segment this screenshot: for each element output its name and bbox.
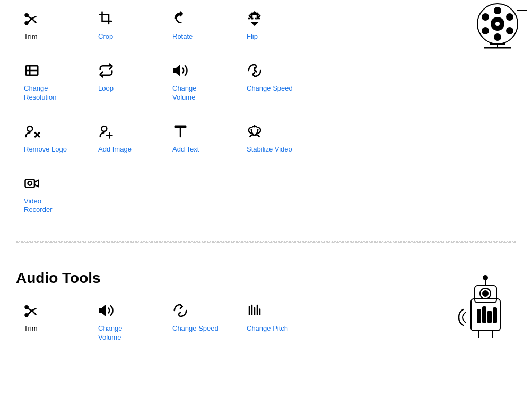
video-tools-row1: Trim Crop Rotate: [16, 5, 516, 57]
svg-point-4: [494, 34, 501, 40]
svg-rect-38: [477, 309, 481, 323]
video-tools-row3: Remove Logo Add Image Add: [16, 118, 516, 170]
change-speed-label: Change Speed: [247, 84, 293, 93]
change-speed-audio-icon: [172, 303, 188, 321]
svg-point-2: [495, 21, 500, 26]
remove-logo-icon: [24, 123, 40, 142]
tool-change-resolution[interactable]: ChangeResolution: [16, 57, 90, 108]
svg-rect-30: [25, 179, 35, 187]
video-recorder-icon: [24, 175, 40, 194]
remove-logo-label: Remove Logo: [24, 145, 67, 154]
change-resolution-icon: [24, 63, 40, 81]
tool-add-image[interactable]: Add Image: [90, 118, 164, 159]
robot-illustration: [452, 270, 516, 369]
tool-loop[interactable]: Loop: [90, 57, 164, 108]
rotate-icon: [172, 11, 188, 29]
stabilize-video-icon: [247, 123, 263, 142]
svg-rect-39: [483, 307, 486, 323]
crop-icon: [98, 11, 114, 29]
tool-flip[interactable]: Flip: [239, 5, 313, 47]
svg-point-12: [25, 14, 28, 16]
tool-crop[interactable]: Crop: [90, 5, 164, 47]
minimize-button[interactable]: —: [517, 4, 527, 15]
section-divider: [16, 241, 516, 243]
svg-point-5: [482, 14, 489, 20]
svg-point-37: [483, 291, 488, 296]
audio-tools-title: Audio Tools: [16, 270, 516, 287]
loop-label: Loop: [98, 84, 114, 93]
tool-trim[interactable]: Trim: [16, 5, 90, 47]
trim-label: Trim: [24, 32, 38, 41]
change-speed-audio-label: Change Speed: [172, 324, 219, 333]
svg-point-35: [483, 276, 487, 280]
video-tools-section: — Trim Crop: [0, 0, 532, 264]
change-speed-icon: [247, 63, 263, 81]
tool-remove-logo[interactable]: Remove Logo: [16, 118, 90, 159]
svg-point-21: [27, 126, 32, 131]
svg-point-6: [507, 14, 513, 20]
add-text-label: Add Text: [172, 145, 199, 154]
trim-audio-icon: [24, 303, 40, 321]
tool-change-pitch[interactable]: Change Pitch: [239, 297, 313, 348]
change-pitch-label: Change Pitch: [247, 324, 288, 333]
video-tools-row2: ChangeResolution Loop Cha: [16, 57, 516, 118]
change-pitch-icon: [247, 303, 263, 321]
film-reel-illustration: —: [468, 0, 521, 55]
tool-trim-audio[interactable]: Trim: [16, 297, 90, 348]
crop-label: Crop: [98, 32, 113, 41]
svg-marker-18: [174, 66, 180, 75]
loop-icon: [98, 63, 114, 81]
tool-change-speed-audio[interactable]: Change Speed: [164, 297, 239, 348]
tool-change-volume-audio[interactable]: ChangeVolume: [90, 297, 164, 348]
change-volume-label: ChangeVolume: [172, 84, 197, 102]
change-resolution-label: ChangeResolution: [24, 84, 56, 102]
tool-stabilize-video[interactable]: Stabilize Video: [239, 118, 313, 159]
tool-change-volume[interactable]: ChangeVolume: [164, 57, 239, 108]
add-image-icon: [98, 123, 114, 142]
svg-rect-40: [488, 311, 491, 323]
tool-video-recorder[interactable]: VideoRecorder: [16, 170, 90, 220]
tool-rotate[interactable]: Rotate: [164, 5, 239, 47]
svg-rect-41: [493, 308, 496, 323]
video-tools-row4: VideoRecorder: [16, 170, 516, 231]
add-text-icon: [172, 123, 188, 142]
svg-point-31: [28, 181, 32, 185]
svg-point-13: [25, 22, 28, 24]
svg-point-3: [494, 7, 501, 14]
flip-icon: [247, 11, 263, 29]
tool-add-text[interactable]: Add Text: [164, 118, 239, 159]
trim-audio-label: Trim: [24, 324, 38, 333]
trim-icon: [24, 11, 40, 29]
svg-line-20: [255, 70, 257, 72]
svg-marker-46: [100, 306, 106, 316]
rotate-label: Rotate: [172, 32, 193, 41]
audio-tools-row1: Trim ChangeVolume Change: [16, 297, 516, 358]
stabilize-video-label: Stabilize Video: [247, 145, 292, 154]
video-recorder-label: VideoRecorder: [24, 197, 52, 215]
add-image-label: Add Image: [98, 145, 132, 154]
svg-point-7: [482, 28, 489, 34]
change-volume-icon: [172, 63, 188, 81]
audio-tools-section: Audio Tools: [0, 264, 532, 369]
svg-point-24: [101, 126, 107, 131]
change-volume-audio-label: ChangeVolume: [98, 324, 123, 342]
tool-change-speed[interactable]: Change Speed: [239, 57, 313, 108]
change-volume-audio-icon: [98, 303, 114, 321]
svg-point-8: [507, 28, 513, 34]
svg-point-45: [25, 314, 28, 317]
flip-label: Flip: [247, 32, 258, 41]
svg-point-44: [25, 306, 28, 309]
